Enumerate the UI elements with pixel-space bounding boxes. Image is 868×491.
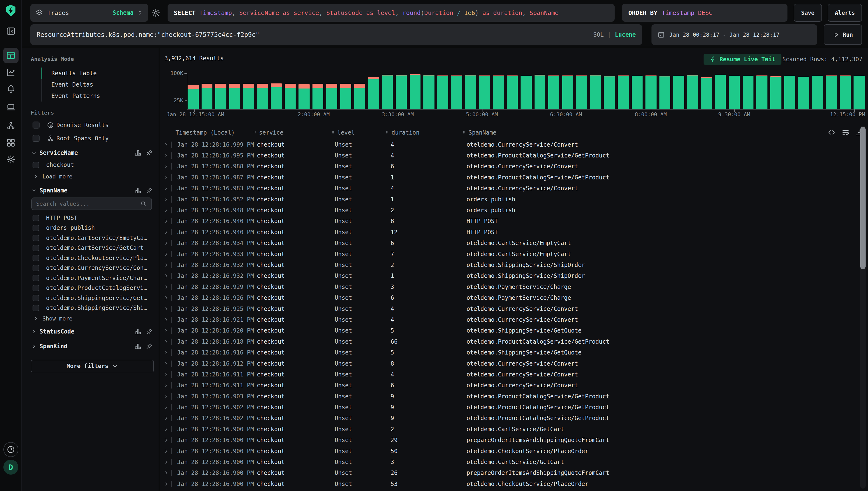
sql-toggle[interactable]: SQL — [593, 31, 603, 38]
table-row[interactable]: Jan 28 12:28:16.902 PMcheckoutUnset9otel… — [160, 413, 854, 424]
table-row[interactable]: Jan 28 12:28:16.920 PMcheckoutUnset5otel… — [160, 325, 854, 336]
facet-option[interactable]: oteldemo.CartService/GetCart — [31, 243, 153, 253]
facet-option[interactable]: HTTP POST — [31, 213, 153, 223]
expand-row-icon[interactable] — [163, 252, 169, 257]
table-row[interactable]: Jan 28 12:28:16.934 PMcheckoutUnset6otel… — [160, 238, 854, 249]
expand-row[interactable] — [163, 197, 171, 202]
histogram-bar[interactable] — [243, 84, 254, 109]
expand-row[interactable] — [163, 317, 171, 322]
column-header-spanname[interactable]: SpanName — [462, 129, 854, 136]
histogram-bar[interactable] — [187, 85, 199, 109]
histogram-bar[interactable] — [798, 77, 809, 109]
histogram-bar[interactable] — [618, 76, 629, 109]
histogram-bar[interactable] — [410, 74, 421, 109]
resume-live-tail-button[interactable]: Resume Live Tail — [704, 54, 781, 65]
search-input[interactable] — [37, 31, 593, 38]
histogram-bar[interactable] — [632, 76, 643, 109]
table-row[interactable]: Jan 28 12:28:16.933 PMcheckoutUnset7otel… — [160, 249, 854, 259]
facet-option[interactable]: oteldemo.CurrencyService/Con… — [31, 263, 153, 273]
expand-row-icon[interactable] — [163, 230, 169, 235]
checkbox[interactable] — [33, 214, 39, 221]
expand-row[interactable] — [163, 339, 171, 344]
expand-row[interactable] — [163, 415, 171, 421]
expand-row-icon[interactable] — [163, 427, 169, 432]
table-row[interactable]: Jan 28 12:28:16.900 PMcheckoutUnset26pre… — [160, 468, 854, 479]
expand-row-icon[interactable] — [163, 350, 169, 355]
facet-chart-icon[interactable] — [134, 328, 142, 335]
table-scrollbar[interactable] — [860, 126, 866, 489]
toggle-denoise-results[interactable]: Denoise Results — [31, 118, 153, 132]
checkbox[interactable] — [33, 285, 39, 291]
checkbox[interactable] — [33, 295, 39, 301]
histogram-bar[interactable] — [326, 84, 337, 109]
histogram-bar[interactable] — [743, 76, 754, 109]
expand-row-icon[interactable] — [163, 175, 169, 180]
expand-row[interactable] — [163, 405, 171, 410]
search-bar[interactable]: SQL | Lucene — [30, 24, 642, 45]
histogram-bar[interactable] — [465, 75, 476, 109]
nav-dashboards-icon[interactable] — [5, 138, 16, 148]
histogram-bar[interactable] — [520, 76, 532, 109]
table-row[interactable]: Jan 28 12:28:16.911 PMcheckoutUnset6otel… — [160, 380, 854, 391]
analysis-mode-item[interactable]: Event Patterns — [41, 90, 153, 102]
table-row[interactable]: Jan 28 12:28:16.911 PMcheckoutUnset4otel… — [160, 369, 854, 380]
table-row[interactable]: Jan 28 12:28:16.902 PMcheckoutUnset9otel… — [160, 402, 854, 413]
expand-row[interactable] — [163, 219, 171, 224]
select-query-input[interactable]: SELECT Timestamp, ServiceName as service… — [168, 4, 615, 22]
histogram-bar[interactable] — [271, 83, 282, 109]
expand-row-icon[interactable] — [163, 186, 169, 191]
scrollbar-thumb[interactable] — [860, 127, 866, 269]
expand-row[interactable] — [163, 240, 171, 246]
expand-row[interactable] — [163, 361, 171, 366]
nav-service-map-icon[interactable] — [5, 120, 16, 131]
checkbox[interactable] — [33, 225, 39, 231]
column-header-duration[interactable]: duration — [385, 129, 462, 136]
expand-row-icon[interactable] — [163, 405, 169, 410]
source-settings-gear-icon[interactable] — [151, 8, 161, 18]
checkbox[interactable] — [33, 255, 39, 261]
checkbox[interactable] — [33, 235, 39, 241]
histogram-bar[interactable] — [548, 76, 559, 109]
expand-row[interactable] — [163, 153, 171, 158]
expand-row-icon[interactable] — [163, 208, 169, 213]
expand-row[interactable] — [163, 142, 171, 147]
expand-row-icon[interactable] — [163, 284, 169, 290]
table-row[interactable]: Jan 28 12:28:16.918 PMcheckoutUnset66ote… — [160, 336, 854, 347]
expand-row-icon[interactable] — [163, 142, 169, 147]
table-row[interactable]: Jan 28 12:28:16.929 PMcheckoutUnset3otel… — [160, 282, 854, 292]
table-row[interactable]: Jan 28 12:28:16.925 PMcheckoutUnset4otel… — [160, 304, 854, 314]
source-select[interactable]: Traces Schema — [30, 4, 148, 22]
histogram-bar[interactable] — [202, 84, 213, 109]
expand-row-icon[interactable] — [163, 339, 169, 344]
expand-row[interactable] — [163, 449, 171, 454]
histogram-bar[interactable] — [354, 84, 365, 109]
table-row[interactable]: Jan 28 12:28:16.999 PMcheckoutUnset4otel… — [160, 139, 854, 150]
facet-option[interactable]: oteldemo.CheckoutService/Pla… — [31, 253, 153, 263]
histogram-bar[interactable] — [535, 75, 546, 109]
checkbox[interactable] — [33, 245, 39, 251]
load-more-link[interactable]: Load more — [31, 171, 153, 182]
table-row[interactable]: Jan 28 12:28:16.916 PMcheckoutUnset5otel… — [160, 347, 854, 358]
histogram-bar[interactable] — [784, 76, 796, 109]
expand-row[interactable] — [163, 328, 171, 333]
facet-chart-icon[interactable] — [134, 343, 142, 350]
expand-row-icon[interactable] — [163, 459, 169, 465]
facet-search-input[interactable] — [31, 198, 152, 210]
facet-option[interactable]: oteldemo.ShippingService/Get… — [31, 293, 153, 303]
histogram-bar[interactable] — [382, 75, 393, 109]
help-icon[interactable] — [3, 442, 18, 457]
expand-row-icon[interactable] — [163, 437, 169, 443]
table-row[interactable]: Jan 28 12:28:16.900 PMcheckoutUnset53ote… — [160, 479, 854, 489]
histogram-bar[interactable] — [840, 76, 851, 109]
alerts-button[interactable]: Alerts — [828, 4, 862, 22]
more-filters-button[interactable]: More filters — [31, 360, 154, 372]
facet-option[interactable]: orders publish — [31, 223, 153, 233]
expand-row[interactable] — [163, 372, 171, 377]
facet-option[interactable]: oteldemo.CartService/EmptyCa… — [31, 233, 153, 243]
table-row[interactable]: Jan 28 12:28:16.900 PMcheckoutUnset3otel… — [160, 457, 854, 467]
histogram-bar[interactable] — [493, 76, 504, 109]
histogram-bar[interactable] — [507, 76, 518, 109]
histogram-bar[interactable] — [423, 75, 435, 109]
expand-row-icon[interactable] — [163, 361, 169, 366]
expand-row-icon[interactable] — [163, 262, 169, 268]
